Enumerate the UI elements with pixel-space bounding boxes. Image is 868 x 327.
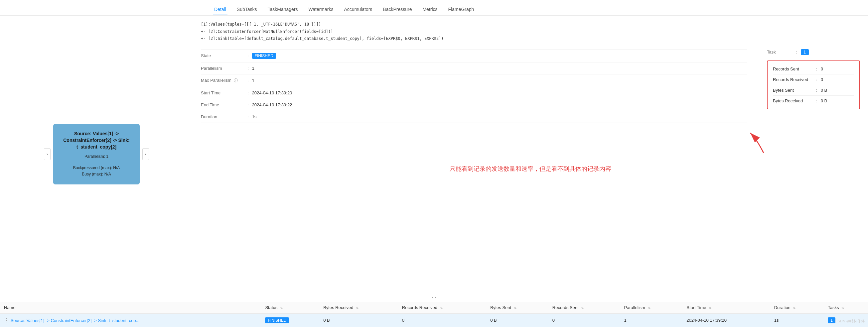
col-header-name: Name [0, 302, 261, 314]
parallelism-label: Parallelism [201, 66, 247, 71]
end-time-label: End Time [201, 102, 247, 107]
node-title: Source: Values[1] -> ConstraintEnforcer[… [61, 131, 132, 150]
node-box: Source: Values[1] -> ConstraintEnforcer[… [53, 124, 140, 184]
cell-duration: 1s [770, 314, 824, 327]
watermark: CSDN @结杯作伴 [835, 319, 865, 324]
arrow-svg [710, 126, 777, 156]
bytes-sent-value: 0 B [821, 88, 828, 93]
col-header-status: Status ⇅ [261, 302, 319, 314]
right-panel: [1]:Values(tuples=[[{ 1, _UTF-16LE'DUMAS… [193, 15, 868, 293]
parallelism-value: 1 [252, 66, 254, 71]
records-received-label: Records Received [773, 77, 816, 82]
parallelism-row: Parallelism : 1 [201, 63, 747, 74]
main-container: Detail SubTasks TaskManagers Watermarks … [0, 0, 868, 327]
info-left: State : FINISHED Parallelism : 1 Max Par… [201, 49, 747, 123]
sort-icon-tasks[interactable]: ⇅ [841, 306, 844, 310]
annotation-text: 只能看到记录的发送数量和速率，但是看不到具体的记录内容 [450, 165, 611, 173]
info-icon: ⓘ [234, 78, 238, 83]
code-line-3: +- [2]:Sink(table=[default_catalog.defau… [201, 35, 860, 42]
tab-metrics[interactable]: Metrics [421, 4, 439, 15]
table-header-row: Name Status ⇅ Bytes Received ⇅ Records R… [0, 302, 868, 314]
max-parallelism-colon: : [247, 78, 249, 83]
task-colon: : [796, 50, 798, 55]
annotation-container: 只能看到记录的发送数量和速率，但是看不到具体的记录内容 [201, 126, 860, 173]
state-label: State [201, 53, 247, 58]
sort-icon-duration[interactable]: ⇅ [793, 306, 796, 310]
bytes-sent-label: Bytes Sent [773, 88, 816, 93]
bytes-sent-colon: : [816, 88, 817, 93]
end-time-row: End Time : 2024-04-10 17:39:22 [201, 99, 747, 111]
left-panel: › Source: Values[1] -> ConstraintEnforce… [0, 15, 193, 293]
bytes-received-row: Bytes Received : 0 B [773, 96, 854, 106]
records-received-colon: : [816, 77, 817, 82]
col-header-tasks: Tasks ⇅ [824, 302, 868, 314]
state-badge: FINISHED [252, 53, 276, 59]
start-time-value: 2024-04-10 17:39:20 [252, 90, 292, 95]
cell-start-time: 2024-04-10 17:39:20 [682, 314, 770, 327]
tab-taskmanagers[interactable]: TaskManagers [267, 4, 299, 15]
records-received-value: 0 [821, 77, 823, 82]
col-header-records-sent: Records Sent ⇅ [549, 302, 620, 314]
duration-value: 1s [252, 114, 257, 119]
max-parallelism-row: Max Parallelism ⓘ : 1 [201, 74, 747, 87]
bytes-received-label: Bytes Received [773, 98, 816, 103]
records-received-row: Records Received : 0 [773, 74, 854, 85]
tab-detail[interactable]: Detail [213, 4, 227, 15]
sort-icon-parallelism[interactable]: ⇅ [648, 306, 651, 310]
chevron-left-button[interactable]: ‹ [142, 148, 149, 160]
col-header-parallelism: Parallelism ⇅ [620, 302, 682, 314]
more-icon[interactable]: ⋮ [4, 317, 9, 323]
chevron-right-button[interactable]: › [44, 148, 51, 160]
bytes-received-colon: : [816, 98, 817, 103]
tab-backpressure[interactable]: BackPressure [381, 4, 413, 15]
col-header-bytes-sent: Bytes Sent ⇅ [486, 302, 549, 314]
duration-colon: : [247, 114, 249, 119]
tab-accumulators[interactable]: Accumulators [343, 4, 373, 15]
code-line-1: [1]:Values(tuples=[[{ 1, _UTF-16LE'DUMAS… [201, 21, 860, 28]
duration-label: Duration [201, 114, 247, 119]
col-header-records-received: Records Received ⇅ [398, 302, 487, 314]
cell-bytes-sent: 0 B [486, 314, 549, 327]
tab-watermarks[interactable]: Watermarks [307, 4, 335, 15]
cell-parallelism: 1 [620, 314, 682, 327]
metrics-box: Records Sent : 0 Records Received : 0 By… [767, 61, 860, 109]
max-parallelism-value: 1 [252, 78, 254, 83]
sort-icon-bytes-received[interactable]: ⇅ [356, 306, 359, 310]
sort-icon-bytes-sent[interactable]: ⇅ [514, 306, 517, 310]
tab-flamegraph[interactable]: FlameGraph [447, 4, 475, 15]
state-row: State : FINISHED [201, 49, 747, 63]
bytes-received-value: 0 B [821, 98, 828, 103]
col-header-start-time: Start Time ⇅ [682, 302, 770, 314]
sort-icon-records-sent[interactable]: ⇅ [581, 306, 584, 310]
name-link[interactable]: Source: Values[1] -> ConstraintEnforcer[… [11, 318, 140, 323]
duration-row: Duration : 1s [201, 111, 747, 123]
cell-name: ⋮ Source: Values[1] -> ConstraintEnforce… [0, 314, 261, 327]
cell-bytes-received: 0 B [319, 314, 398, 327]
bytes-sent-row: Bytes Sent : 0 B [773, 85, 854, 96]
code-block: [1]:Values(tuples=[[{ 1, _UTF-16LE'DUMAS… [201, 21, 860, 42]
node-busy: Busy (max): N/A [61, 171, 132, 177]
content-area: › Source: Values[1] -> ConstraintEnforce… [0, 15, 868, 293]
tab-subtasks[interactable]: SubTasks [236, 4, 258, 15]
records-sent-label: Records Sent [773, 66, 816, 71]
cell-records-sent: 0 [549, 314, 620, 327]
code-line-2: +- [2]:ConstraintEnforcer[NotNullEnforce… [201, 28, 860, 36]
start-time-colon: : [247, 90, 249, 95]
end-time-value: 2024-04-10 17:39:22 [252, 102, 292, 107]
sort-icon-records-received[interactable]: ⇅ [440, 306, 443, 310]
records-sent-row: Records Sent : 0 [773, 64, 854, 74]
status-badge: FINISHED [265, 317, 289, 323]
table-row: ⋮ Source: Values[1] -> ConstraintEnforce… [0, 314, 868, 327]
max-parallelism-label: Max Parallelism ⓘ [201, 78, 247, 84]
records-sent-colon: : [816, 66, 817, 71]
node-backpressured: Backpressured (max): N/A [61, 165, 132, 171]
end-time-colon: : [247, 102, 249, 107]
tab-bar: Detail SubTasks TaskManagers Watermarks … [0, 0, 868, 15]
tasks-badge: 1 [828, 317, 835, 323]
sort-icon-start-time[interactable]: ⇅ [709, 306, 711, 310]
node-parallelism: Parallelism: 1 [61, 154, 132, 160]
state-colon: : [247, 53, 249, 58]
sort-icon-status[interactable]: ⇅ [280, 306, 283, 310]
parallelism-colon: : [247, 66, 249, 71]
info-right: Task : 1 Records Sent : 0 Records Receiv… [767, 49, 860, 123]
